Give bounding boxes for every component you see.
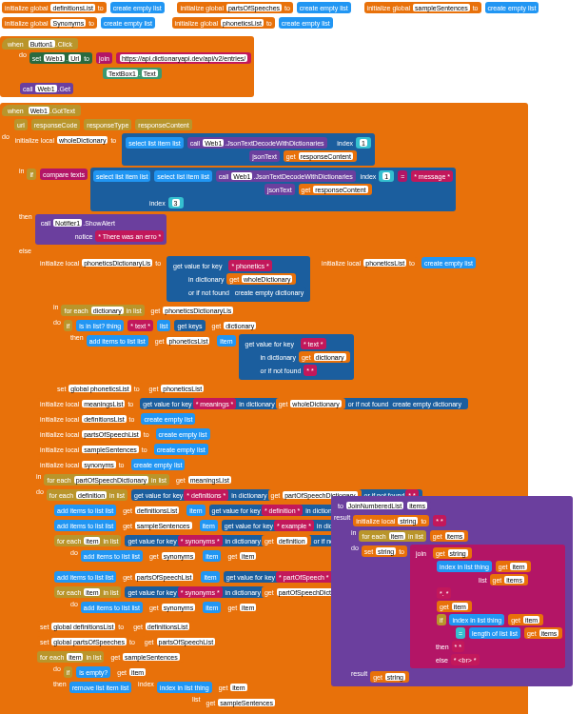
create-empty-list[interactable]: create empty list [279, 17, 333, 29]
init-global-definitions[interactable]: initialize global definitionsList to [2, 2, 107, 13]
param[interactable]: responseType [84, 119, 131, 130]
create-empty-list[interactable]: create empty list [297, 2, 351, 13]
foreach-definition[interactable]: for each definition in list [47, 489, 127, 501]
call-json[interactable]: call Web1.JsonTextDecodeWithDictionaries [187, 137, 327, 149]
do-label: do [2, 133, 10, 166]
set-url[interactable]: set Web1. Url to [29, 52, 92, 64]
else-label: else [19, 248, 31, 254]
if-block[interactable]: if [27, 169, 36, 180]
init-global-sample[interactable]: initialize global sampleSentences to [364, 2, 481, 13]
param[interactable]: url [14, 119, 28, 130]
param[interactable]: responseCode [31, 119, 81, 130]
compare-texts[interactable]: compare texts [40, 169, 88, 180]
create-empty-list[interactable]: create empty list [110, 2, 165, 13]
event-header: when Web1.GotText [2, 105, 81, 116]
do-label: do [19, 51, 27, 65]
join-block[interactable]: join [96, 52, 112, 64]
init-global-synonyms[interactable]: initialize global Synonyms to [2, 17, 97, 29]
get-response[interactable]: get responseContent [284, 150, 357, 162]
get-value-meanings[interactable]: get value for key * meanings * in dictio… [140, 398, 468, 409]
equals[interactable]: = [398, 170, 407, 182]
init-meanings[interactable]: initialize local meaningsList to [37, 398, 136, 409]
textbox-text[interactable]: TextBox1. Text [103, 68, 162, 79]
call-web-get[interactable]: call Web1.Get [20, 83, 73, 94]
get-keys[interactable]: get keys [174, 320, 205, 331]
init-global-pos[interactable]: initialize global partsOfSpeeches to [177, 2, 292, 13]
is-empty[interactable]: is empty? [76, 666, 110, 678]
create-empty-list[interactable]: create empty list [485, 2, 539, 13]
foreach-pos[interactable]: for each partOfSpeechDictionary in list [44, 474, 168, 486]
event-header: when Button1.Click [2, 38, 78, 50]
then-label: then [19, 213, 32, 246]
var-name: definitionsList [50, 4, 94, 11]
index-1[interactable]: 1 [356, 137, 371, 149]
create-empty-list[interactable]: create empty list [101, 17, 155, 29]
init-global-phonetics[interactable]: initialize global phoneticsList to [172, 17, 275, 29]
label: initialize global [5, 5, 49, 11]
call-notifier[interactable]: call Notifier1.ShowAlert notice * There … [35, 214, 167, 245]
set-global-phonetics[interactable]: set global phoneticsList to [54, 383, 143, 394]
init-local-wholedict[interactable]: initialize local wholeDictionary to [12, 134, 119, 146]
button-click-event[interactable]: when Button1.Click do set Web1. Url to j… [0, 36, 254, 97]
select-list-nested[interactable]: select list item list select list item l… [90, 168, 456, 211]
add-items[interactable]: add items to list list [87, 335, 148, 347]
error-text[interactable]: * There was an erro * [95, 230, 164, 242]
to-label: to [98, 5, 104, 11]
param[interactable]: responseContent [135, 119, 191, 130]
foreach-dict[interactable]: for each dictionary in list [61, 305, 144, 316]
init-phonetics-list[interactable]: initialize local phoneticsList to [319, 257, 418, 268]
is-in-list[interactable]: is in list? thing [76, 320, 124, 331]
select-list-item[interactable]: select list item list call Web1.JsonText… [122, 133, 375, 166]
init-phonetics-dict[interactable]: initialize local phoneticsDictionaryLis … [37, 257, 164, 268]
url-literal[interactable]: https://api.dictionaryapi.dev/api/v2/ent… [116, 52, 251, 64]
in-label: in [19, 168, 24, 211]
get-value-phonetics[interactable]: get value for key * phonetics * in dicti… [167, 256, 310, 302]
procedure-join-numbered[interactable]: to JoinNumberedList items result initial… [331, 496, 573, 686]
remove-item[interactable]: remove list item list [69, 682, 132, 693]
